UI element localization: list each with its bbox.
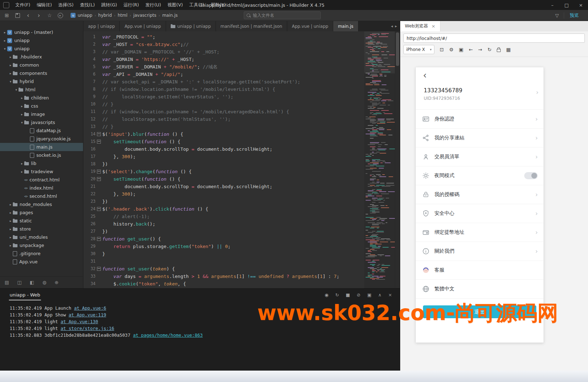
stop-icon[interactable]: ■ [346,292,350,298]
close-panel-icon[interactable]: × [388,292,392,298]
tree-item-children[interactable]: ▸children [0,94,83,102]
tree-item-uniapp-master-[interactable]: ▸Uuniapp - (master) [0,28,83,36]
open-external-icon[interactable]: ⊡ [440,47,444,52]
menu-item-9[interactable]: 帮助(Y) [208,0,229,10]
forward-icon[interactable]: → [478,47,482,52]
logout-button[interactable]: 退出 [423,305,536,318]
save-icon[interactable] [15,13,20,18]
file-search-box[interactable] [244,11,321,19]
tree-item-jquery.cookie.js[interactable]: jquery.cookie.js [0,135,83,143]
url-input[interactable] [403,33,585,43]
tree-item-tradeview[interactable]: ▸tradeview [0,167,83,176]
menu-item-8[interactable]: 工具(T) [186,0,207,10]
console-source-link[interactable]: at App.vue:119 [69,312,106,318]
nav-back-icon[interactable]: ‹ [27,12,30,19]
menu-item-1[interactable]: 编辑(E) [33,0,55,10]
tree-item-app.vue[interactable]: App.vue [0,258,83,266]
menu-item-7[interactable]: 视图(V) [164,0,186,10]
fold-marker-icon[interactable] [96,175,102,183]
fold-marker-icon[interactable] [96,265,102,273]
tree-item-uni-modules[interactable]: ▸uni_modules [0,233,83,241]
settings-gear-icon[interactable]: ⚙ [449,47,453,52]
tree-item-javascripts[interactable]: ▾javascripts [0,118,83,127]
fold-marker-icon[interactable] [96,130,102,138]
breadcrumb-item-uniapp[interactable]: uniapp [78,13,92,18]
search-input[interactable] [252,12,307,18]
code-area[interactable]: 1var _PROTOCOL = "";2var _HOST = "cs-ex.… [83,31,400,288]
tree-item-image[interactable]: ▸image [0,110,83,118]
screenshot-icon[interactable]: ▣ [459,47,464,52]
tree-item-pages[interactable]: ▸pages [0,208,83,217]
close-icon[interactable]: × [432,24,435,29]
tree-item-html[interactable]: ▾html [0,86,83,94]
night-mode-toggle[interactable] [524,172,538,179]
menu-item-0[interactable]: 文件(F) [12,0,33,10]
refresh-icon[interactable]: ↻ [488,47,491,52]
tab-app.vue[interactable]: App.vue | uniapp [120,21,166,31]
back-chevron-icon[interactable]: ‹ [423,71,427,80]
tree-item-store[interactable]: ▸store [0,225,83,233]
maximize-button[interactable]: □ [559,0,574,10]
menu-item-6[interactable]: 发行(U) [142,0,164,10]
scroll-left-icon[interactable]: ◂ [391,24,393,29]
menu-item-4[interactable]: 跳转(G) [98,0,120,10]
console-tab[interactable]: uniapp - Web [9,289,41,300]
server-panel-icon[interactable]: ◍ [42,280,46,285]
menu-item-3[interactable]: 查找(L) [77,0,98,10]
console-source-link[interactable]: at App.vue:130 [61,319,98,324]
menu-row-shield[interactable]: 安全中心› [416,204,543,223]
editor-scrollbar[interactable] [395,31,400,288]
clear-icon[interactable]: ⊘ [357,292,360,298]
code-lines[interactable]: 1var _PROTOCOL = "";2var _HOST = "cs-ex.… [83,31,364,288]
tree-item-.hbuilderx[interactable]: ▸.hbuilderx [0,53,83,61]
breadcrumb-item-html[interactable]: html [118,13,127,18]
breadcrumb-item-javascripts[interactable]: javascripts [133,13,156,18]
fold-marker-icon[interactable] [96,138,102,145]
tree-item-lib[interactable]: ▸lib [0,159,83,167]
new-project-icon[interactable]: ⊞ [5,12,9,18]
tree-item-uniapp[interactable]: ▾Uuniapp [0,45,83,53]
lock-icon[interactable] [497,49,501,52]
console-source-link[interactable]: at App.vue:6 [74,305,106,311]
tree-item-socket.io.js[interactable]: socket.io.js [0,151,83,159]
menu-row-share[interactable]: 我的分享連結› [416,129,543,148]
tree-item-hybrid[interactable]: ▾hybrid [0,77,83,86]
menu-row-sun[interactable]: 夜間模式 [416,166,543,185]
fold-marker-icon[interactable] [96,235,102,243]
menu-item-2[interactable]: 选择(S) [55,0,77,10]
menu-row-service[interactable]: 客服 [416,261,543,280]
tab-app[interactable]: app | uniapp [83,21,120,31]
tree-item-.gitignore[interactable]: .gitignore [0,249,83,258]
menu-row-wallet[interactable]: 绑定提幣地址› [416,223,543,242]
tree-item-common[interactable]: ▸common [0,61,83,69]
scroll-right-icon[interactable]: ▸ [395,24,397,29]
tab-app.vue[interactable]: App.vue | uniapp [287,21,333,31]
tree-item-unpackage[interactable]: ▸unpackage [0,241,83,249]
breadcrumb-item-hybrid[interactable]: hybrid [98,13,112,18]
tab-main.js[interactable]: main.js [333,21,358,31]
tree-item-contract.html[interactable]: <>contract.html [0,176,83,184]
device-select[interactable]: iPhone X ▾ [403,45,434,54]
tree-item-second.html[interactable]: <>second.html [0,192,83,200]
file-tree[interactable]: ▸Uuniapp - (master)▸Uuniapp▾Uuniapp▸.hbu… [0,21,83,276]
tree-item-uniapp[interactable]: ▸Uuniapp [0,36,83,45]
menu-row-id-card[interactable]: 身份認證› [416,110,543,129]
minimize-button[interactable]: – [545,0,559,10]
tree-item-index.html[interactable]: <>index.html [0,184,83,192]
browser-tab[interactable]: Web浏览器 × [400,21,440,31]
scrollbar-thumb[interactable] [396,32,399,66]
tree-item-node-modules[interactable]: ▸node_modules [0,200,83,208]
menu-row-lock[interactable]: 我的授權碼› [416,185,543,204]
menu-row-info[interactable]: 關於我們› [416,242,543,261]
tree-item-css[interactable]: ▸css [0,102,83,110]
preview-button[interactable]: 预览 [564,12,584,19]
close-button[interactable]: × [574,0,588,10]
fold-marker-icon[interactable] [96,168,102,175]
outline-panel-icon[interactable]: ◫ [17,280,21,285]
minimap[interactable] [364,31,395,288]
console-source-link[interactable]: at pages/home/home.vue:863 [133,332,203,338]
tab-uniapp[interactable]: uniapp | uniapp [166,21,216,31]
console-source-link[interactable]: at store/store.js:16 [61,326,114,331]
tree-item-static[interactable]: ▸static [0,217,83,225]
tree-item-datamap.js[interactable]: dataMap.js [0,127,83,135]
